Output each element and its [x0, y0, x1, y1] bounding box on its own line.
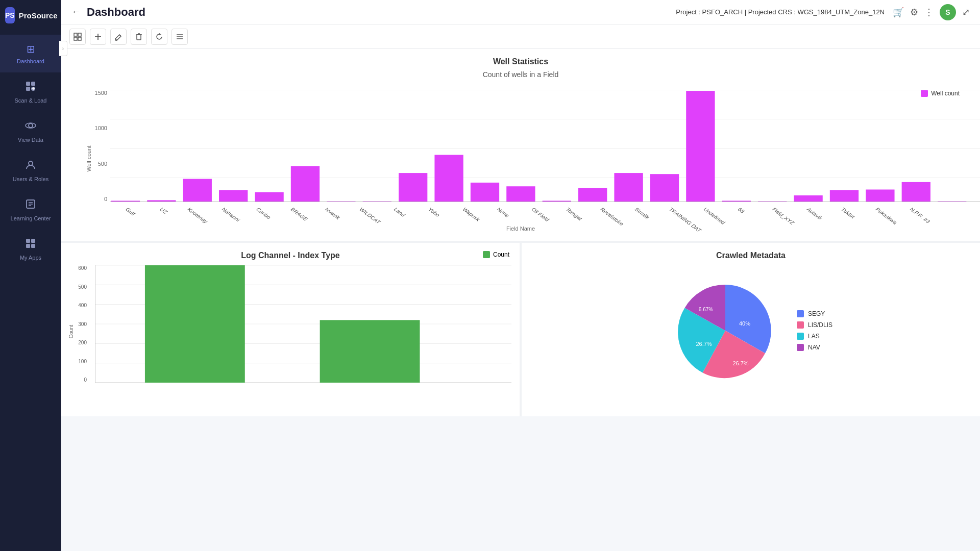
log-y-label: Count [68, 325, 74, 339]
sidebar-item-view-data[interactable]: View Data [0, 112, 61, 151]
legend-nav: NAV [797, 344, 832, 351]
svg-rect-13 [26, 239, 30, 243]
svg-text:Field_XYZ: Field_XYZ [771, 207, 796, 226]
segy-label: SEGY [808, 310, 825, 317]
svg-rect-47 [471, 183, 499, 202]
grid-button[interactable] [69, 29, 86, 45]
svg-rect-2 [26, 87, 30, 91]
x-axis-labels: Gulf UZ Kootenay Nahanni Caribo BRAGE Iv… [110, 205, 970, 233]
sidebar-label-view-data: View Data [18, 137, 43, 143]
log-bars-svg: DEPTH TIME [95, 265, 511, 383]
svg-rect-41 [255, 192, 283, 202]
pie-legend: SEGY LIS/DLIS LAS NAV [797, 310, 832, 351]
crawled-metadata-panel: Crawled Metadata [520, 243, 980, 416]
avatar[interactable]: S [940, 4, 956, 20]
sidebar-item-learning-center[interactable]: Learning Center [0, 190, 61, 230]
svg-rect-56 [794, 195, 822, 202]
edit-button[interactable] [110, 29, 127, 45]
svg-rect-1 [31, 82, 35, 86]
sidebar-item-dashboard[interactable]: ⊞ Dashboard [0, 35, 61, 72]
legend-las: LAS [797, 333, 832, 340]
svg-rect-46 [434, 155, 463, 202]
svg-rect-16 [31, 244, 35, 248]
add-button[interactable] [90, 29, 106, 45]
svg-text:TRAINING DAT: TRAINING DAT [668, 207, 703, 233]
svg-text:Kootenay: Kootenay [186, 207, 209, 224]
pie-chart-wrap: 40% 26.7% 26.7% 6.67% SEGY LIS/DL [530, 264, 972, 397]
y-tick-0: 0 [104, 196, 107, 202]
dashboard-icon: ⊞ [27, 43, 35, 55]
svg-text:Nahanni: Nahanni [220, 207, 242, 222]
svg-line-23 [119, 35, 121, 36]
well-statistics-title: Well Statistics [71, 57, 970, 66]
svg-rect-95 [320, 320, 420, 383]
svg-rect-94 [145, 265, 245, 383]
svg-text:Ivvavik: Ivvavik [324, 207, 342, 220]
svg-rect-52 [650, 174, 679, 202]
app-name: ProSource [19, 11, 58, 20]
fullscreen-icon[interactable]: ⤢ [962, 7, 970, 18]
sidebar-label-dashboard: Dashboard [17, 58, 44, 64]
svg-rect-50 [578, 188, 607, 202]
nav-color [797, 344, 804, 351]
svg-text:WILDCAT: WILDCAT [358, 207, 382, 225]
svg-text:Caribo: Caribo [255, 207, 273, 220]
sidebar-item-my-apps[interactable]: My Apps [0, 230, 61, 269]
svg-text:Undefined: Undefined [702, 207, 727, 225]
back-button[interactable]: ← [71, 7, 81, 17]
y-tick-1000: 1000 [95, 125, 107, 131]
svg-text:Pukaskwa: Pukaskwa [874, 207, 899, 225]
well-chart-title: Count of wells in a Field [71, 70, 970, 79]
svg-text:40%: 40% [739, 320, 750, 327]
svg-text:BRAGE: BRAGE [289, 207, 310, 221]
svg-rect-57 [830, 190, 859, 202]
svg-rect-48 [506, 186, 535, 202]
sidebar-label-users-roles: Users & Roles [13, 176, 48, 182]
view-data-icon [25, 120, 36, 134]
log-legend-label: Count [493, 251, 509, 258]
well-bar-chart: Well count 1500 1000 500 0 Well count [71, 85, 970, 233]
svg-rect-40 [219, 190, 248, 202]
svg-text:UZ: UZ [158, 207, 169, 215]
more-icon[interactable]: ⋮ [924, 7, 934, 18]
svg-rect-18 [78, 33, 81, 36]
cart-icon[interactable]: 🛒 [893, 7, 904, 18]
well-bars-svg [110, 90, 980, 207]
svg-text:N.P.R. #3: N.P.R. #3 [909, 207, 932, 224]
legend-lisdlis: LIS/DLIS [797, 321, 832, 329]
settings-icon[interactable]: ⚙ [910, 7, 918, 18]
project-info: Project : PSFO_ARCH | Projected CRS : WG… [676, 8, 885, 16]
sidebar-item-users-roles[interactable]: Users & Roles [0, 151, 61, 190]
svg-point-6 [29, 123, 33, 128]
svg-text:Revelstoke: Revelstoke [599, 207, 625, 227]
sidebar-item-scan-load[interactable]: Scan & Load [0, 72, 61, 112]
refresh-button[interactable] [151, 29, 167, 45]
y-tick-1500: 1500 [95, 90, 107, 96]
svg-rect-19 [74, 37, 77, 40]
svg-text:Aulavik: Aulavik [805, 207, 825, 221]
svg-text:Land: Land [393, 207, 407, 217]
app-logo: PS ProSource [0, 0, 61, 31]
list-button[interactable] [172, 29, 188, 45]
sidebar-toggle[interactable]: › [59, 41, 67, 56]
log-legend: Count [483, 251, 509, 258]
users-icon [25, 159, 36, 173]
crawled-metadata-title: Crawled Metadata [530, 251, 972, 260]
dashboard-content: Well Statistics Count of wells in a Fiel… [61, 49, 980, 551]
topbar-left: ← Dashboard [71, 6, 145, 19]
delete-button[interactable] [131, 29, 147, 45]
lisdlis-color [797, 321, 804, 329]
svg-text:26.7%: 26.7% [732, 360, 748, 366]
svg-text:Wapusk: Wapusk [461, 207, 482, 222]
sidebar: PS ProSource ⊞ Dashboard Scan & Load Vie… [0, 0, 61, 551]
svg-rect-20 [78, 37, 81, 40]
svg-rect-58 [866, 190, 894, 202]
svg-text:26.7%: 26.7% [696, 341, 712, 347]
log-chart-container: 600 500 400 300 200 100 0 Count [69, 265, 511, 398]
svg-rect-53 [686, 91, 715, 202]
x-axis-label: Field Name [506, 226, 535, 232]
svg-text:Gulf: Gulf [124, 207, 137, 216]
svg-point-8 [29, 161, 33, 165]
sidebar-nav: ⊞ Dashboard Scan & Load View Data Users … [0, 35, 61, 269]
svg-rect-59 [902, 182, 930, 202]
